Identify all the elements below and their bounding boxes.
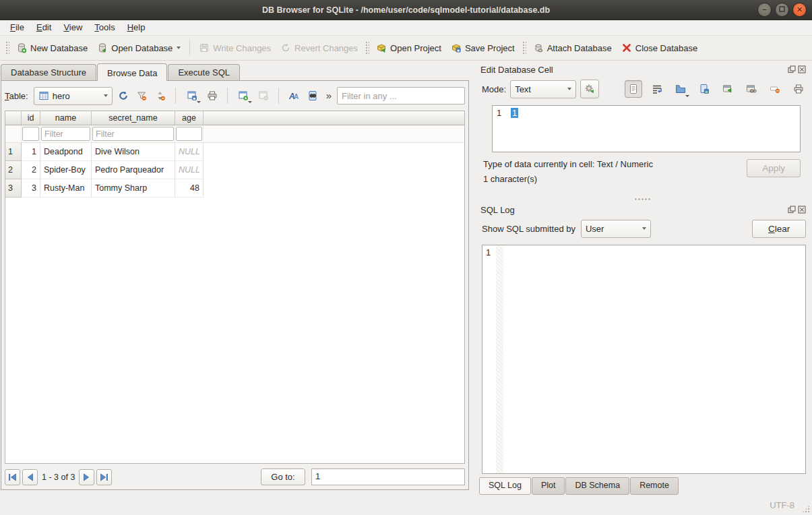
maximize-button[interactable] bbox=[775, 3, 789, 17]
insert-record-dropdown-arrow[interactable] bbox=[248, 101, 252, 103]
apply-button[interactable]: Apply bbox=[747, 159, 801, 177]
text-mode-button[interactable] bbox=[625, 80, 642, 98]
float-dock-icon[interactable] bbox=[788, 206, 796, 214]
close-dock-icon[interactable] bbox=[798, 206, 806, 214]
print-button[interactable] bbox=[204, 87, 220, 104]
next-record-button[interactable] bbox=[79, 469, 94, 485]
previous-record-button[interactable] bbox=[22, 469, 38, 485]
revert-changes-button[interactable]: Revert Changes bbox=[276, 39, 363, 57]
set-null-button[interactable] bbox=[766, 80, 784, 98]
menu-tools[interactable]: Tools bbox=[88, 20, 121, 35]
edit-cell-dock-titlebar[interactable]: Edit Database Cell bbox=[478, 62, 807, 75]
clear-log-button[interactable]: Clear bbox=[752, 220, 806, 238]
toolbar-grip-2[interactable] bbox=[365, 40, 369, 55]
table-select[interactable]: hero bbox=[34, 87, 113, 105]
insert-record-button[interactable] bbox=[235, 87, 253, 104]
word-wrap-button[interactable] bbox=[648, 80, 666, 98]
cell-name[interactable]: Deadpond bbox=[40, 143, 92, 161]
dock-tab-db-schema[interactable]: DB Schema bbox=[565, 477, 629, 495]
column-header-name[interactable]: name bbox=[40, 111, 92, 125]
save-results-button[interactable] bbox=[183, 87, 201, 104]
goto-input[interactable]: 1 bbox=[311, 468, 465, 485]
save-project-button[interactable]: Save Project bbox=[446, 39, 520, 57]
minimize-button[interactable]: − bbox=[757, 3, 772, 17]
cell-editor-content[interactable]: 1 bbox=[510, 106, 800, 152]
open-project-button[interactable]: Open Project bbox=[371, 39, 446, 57]
cell-age[interactable]: NULL bbox=[175, 143, 204, 161]
cell-secret-name[interactable]: Pedro Parqueador bbox=[92, 161, 175, 179]
sql-log-editor[interactable]: 1 bbox=[482, 245, 806, 474]
cell-editor[interactable]: 1 1 bbox=[492, 105, 801, 152]
grid-corner-header[interactable] bbox=[5, 111, 22, 125]
column-header-secret-name[interactable]: secret_name bbox=[92, 111, 175, 125]
open-in-external-button[interactable] bbox=[719, 80, 737, 98]
column-header-age[interactable]: age bbox=[175, 111, 204, 125]
titlebar[interactable]: DB Browser for SQLite - /home/user/code/… bbox=[0, 0, 812, 20]
column-header-id[interactable]: id bbox=[22, 111, 40, 125]
cell-name[interactable]: Spider-Boy bbox=[40, 161, 92, 179]
toolbar-grip-3[interactable] bbox=[522, 40, 526, 55]
auto-switch-mode-button[interactable] bbox=[580, 80, 599, 98]
sql-log-dock-titlebar[interactable]: SQL Log bbox=[478, 202, 807, 216]
dock-tab-sql-log[interactable]: SQL Log bbox=[479, 477, 531, 495]
find-in-cells-button[interactable] bbox=[305, 87, 321, 104]
cell-secret-name[interactable]: Dive Wilson bbox=[92, 143, 175, 161]
import-dropdown-arrow[interactable] bbox=[685, 95, 689, 97]
dock-tab-remote[interactable]: Remote bbox=[630, 477, 679, 495]
attach-database-button[interactable]: Attach Database bbox=[528, 39, 617, 57]
dock-splitter[interactable] bbox=[478, 195, 807, 202]
submitted-by-select[interactable]: User bbox=[581, 220, 651, 238]
last-record-button[interactable] bbox=[96, 469, 112, 485]
close-button[interactable]: ✕ bbox=[792, 3, 807, 17]
new-database-button[interactable]: New Database bbox=[11, 39, 92, 57]
cell-secret-name[interactable]: Tommy Sharp bbox=[92, 179, 175, 198]
cell-name[interactable]: Rusty-Man bbox=[40, 179, 92, 198]
toolbar-grip[interactable] bbox=[5, 40, 9, 55]
clear-sorting-button[interactable] bbox=[152, 87, 168, 104]
first-record-button[interactable] bbox=[5, 469, 20, 485]
mode-select[interactable]: Text bbox=[510, 80, 576, 98]
menu-file[interactable]: File bbox=[4, 20, 30, 35]
filter-input-secret-name[interactable] bbox=[92, 127, 174, 141]
dock-tab-plot[interactable]: Plot bbox=[532, 477, 565, 495]
delete-record-button[interactable] bbox=[255, 87, 272, 104]
save-results-dropdown-arrow[interactable] bbox=[197, 101, 201, 103]
cell-id[interactable]: 3 bbox=[22, 179, 40, 198]
refresh-button[interactable] bbox=[115, 87, 131, 104]
cell-age[interactable]: 48 bbox=[175, 179, 204, 198]
table-row[interactable]: 2 2 Spider-Boy Pedro Parqueador NULL bbox=[5, 161, 464, 179]
float-dock-icon[interactable] bbox=[788, 65, 796, 73]
tab-browse-data[interactable]: Browse Data bbox=[97, 63, 167, 81]
toolbar-overflow-chevron[interactable]: » bbox=[323, 90, 334, 102]
sql-log-content[interactable] bbox=[503, 245, 805, 473]
tab-database-structure[interactable]: Database Structure bbox=[1, 64, 96, 80]
encoding-indicator[interactable]: UTF-8 bbox=[770, 500, 794, 510]
print-cell-button[interactable] bbox=[790, 80, 807, 98]
clear-filters-button[interactable] bbox=[134, 87, 150, 104]
cell-id[interactable]: 2 bbox=[22, 161, 40, 179]
filter-input-age[interactable] bbox=[176, 127, 202, 141]
export-cell-data-button[interactable] bbox=[695, 80, 713, 98]
goto-button[interactable]: Go to: bbox=[261, 468, 305, 485]
font-format-button[interactable]: AA bbox=[286, 87, 302, 104]
row-number[interactable]: 2 bbox=[5, 161, 22, 179]
write-changes-button[interactable]: Write Changes bbox=[194, 39, 276, 57]
filter-input-name[interactable] bbox=[41, 127, 90, 141]
row-number[interactable]: 3 bbox=[5, 179, 22, 198]
import-cell-data-button[interactable] bbox=[672, 80, 689, 98]
tab-execute-sql[interactable]: Execute SQL bbox=[168, 64, 240, 80]
row-number[interactable]: 1 bbox=[5, 143, 22, 161]
close-database-button[interactable]: Close Database bbox=[617, 39, 703, 57]
menu-help[interactable]: Help bbox=[121, 20, 152, 35]
close-dock-icon[interactable] bbox=[798, 65, 806, 73]
table-row[interactable]: 3 3 Rusty-Man Tommy Sharp 48 bbox=[5, 179, 464, 198]
resize-grip[interactable] bbox=[802, 505, 810, 513]
menu-view[interactable]: View bbox=[57, 20, 88, 35]
cell-age[interactable]: NULL bbox=[175, 161, 204, 179]
filter-any-input[interactable] bbox=[337, 87, 465, 104]
open-database-button[interactable]: Open Database bbox=[92, 39, 185, 57]
filter-input-id[interactable] bbox=[22, 127, 39, 141]
table-row[interactable]: 1 1 Deadpond Dive Wilson NULL bbox=[5, 143, 464, 161]
copy-link-button[interactable] bbox=[743, 80, 760, 98]
menu-edit[interactable]: Edit bbox=[30, 20, 57, 35]
